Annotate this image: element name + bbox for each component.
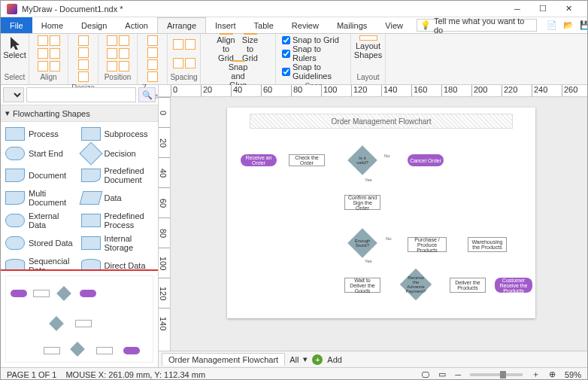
- zoom-slider[interactable]: [470, 373, 523, 376]
- z1[interactable]: [147, 35, 158, 46]
- view-mode-icon[interactable]: 🖵: [421, 370, 429, 379]
- doc-tab-1[interactable]: Order Management Flowchart: [162, 353, 285, 366]
- select-tool[interactable]: Select: [5, 35, 26, 59]
- shape-subprocess[interactable]: Subprocess: [80, 125, 156, 143]
- zoom-out[interactable]: ─: [455, 370, 461, 379]
- menu-arrange[interactable]: Arrange: [157, 17, 206, 33]
- node-advance[interactable]: Receive the Advance Payment?: [400, 269, 432, 300]
- z4[interactable]: [147, 71, 158, 82]
- shape-stored[interactable]: Stored Data: [4, 232, 80, 254]
- open-icon[interactable]: 📂: [562, 20, 574, 32]
- sp1[interactable]: [173, 39, 183, 50]
- shape-direct[interactable]: Direct Data: [80, 254, 156, 269]
- reading-mode-icon[interactable]: ▭: [438, 369, 446, 379]
- snap-and-glue[interactable]: Snap and Glue: [228, 62, 249, 87]
- drawing-canvas[interactable]: Order Management Flowchart Receive an Or…: [171, 97, 588, 351]
- align-label: Align: [40, 71, 56, 83]
- shape-startend[interactable]: Start End: [4, 143, 80, 164]
- shape-search-input[interactable]: [26, 87, 136, 102]
- node-purchase[interactable]: Purchase / Produce Products: [408, 237, 447, 252]
- shape-decision[interactable]: Decision: [80, 143, 156, 164]
- align-right-icon[interactable]: [38, 48, 48, 59]
- node-stock[interactable]: Enough Stock?: [347, 228, 377, 258]
- add-page-button[interactable]: +: [312, 354, 323, 365]
- tell-me-search[interactable]: 💡Tell me what you want to do: [417, 19, 537, 32]
- sp2[interactable]: [185, 39, 195, 50]
- shape-extdata[interactable]: External Data: [4, 209, 80, 232]
- snap-grid-check[interactable]: Snap to Grid: [282, 35, 339, 44]
- resize-1[interactable]: [78, 35, 89, 46]
- status-bar: PAGE 1 OF 1 MOUSE X: 261.09 mm, Y: 112.3…: [1, 367, 587, 380]
- node-valid[interactable]: Is it valid?: [347, 145, 377, 175]
- page-preview[interactable]: [1, 269, 158, 367]
- maximize-button[interactable]: ☐: [530, 2, 556, 17]
- flowchart-title[interactable]: Order Management Flowchart: [250, 114, 513, 129]
- node-deliver[interactable]: Deliver the Products: [450, 278, 486, 293]
- menu-design[interactable]: Design: [72, 17, 116, 33]
- align-mid-icon[interactable]: [38, 61, 48, 71]
- sp4[interactable]: [185, 58, 195, 68]
- pos-2[interactable]: [119, 35, 129, 46]
- node-confirm[interactable]: Confirm and Sign the Order: [344, 195, 380, 210]
- shape-predef-doc[interactable]: Predefined Document: [80, 164, 156, 187]
- snap-guides-check[interactable]: Snap to Guidelines: [282, 62, 346, 81]
- pos-3[interactable]: [107, 48, 117, 59]
- page-status: PAGE 1 OF 1: [7, 370, 56, 379]
- snap-rulers-check[interactable]: Snap to Rulers: [282, 44, 346, 62]
- shape-internal[interactable]: Internal Storage: [80, 232, 156, 254]
- ruler-horizontal[interactable]: 020406080100120140160180200220240260: [159, 85, 588, 97]
- close-button[interactable]: ✕: [556, 2, 581, 17]
- align-center-icon[interactable]: [50, 35, 60, 46]
- shape-search-button[interactable]: 🔍: [138, 87, 156, 102]
- zoom-in[interactable]: ＋: [532, 369, 540, 380]
- menu-review[interactable]: Review: [283, 17, 328, 33]
- shape-multidoc[interactable]: Multi Document: [4, 187, 80, 209]
- position-label: Position: [105, 71, 132, 83]
- add-label[interactable]: Add: [327, 355, 342, 364]
- align-bot-icon[interactable]: [50, 61, 60, 71]
- file-tab[interactable]: File: [1, 17, 32, 33]
- menu-view[interactable]: View: [376, 17, 412, 33]
- shape-document[interactable]: Document: [4, 164, 80, 187]
- new-icon[interactable]: 📄: [546, 20, 558, 32]
- node-receive[interactable]: Receive an Order: [241, 154, 277, 166]
- align-to-grid[interactable]: Align to Grid: [216, 35, 237, 59]
- zoom-level[interactable]: 59%: [565, 370, 581, 379]
- menu-home[interactable]: Home: [32, 17, 72, 33]
- pos-6[interactable]: [119, 61, 129, 71]
- title-bar: MyDraw - Document1.ndx * ─ ☐ ✕: [1, 1, 587, 17]
- align-top-icon[interactable]: [50, 48, 60, 59]
- z2[interactable]: [147, 47, 158, 58]
- menu-action[interactable]: Action: [116, 17, 157, 33]
- shape-process[interactable]: Process: [4, 125, 80, 143]
- resize-2[interactable]: [78, 47, 89, 58]
- pos-4[interactable]: [119, 48, 129, 59]
- shapes-header[interactable]: ▾Flowcharting Shapes: [1, 105, 158, 122]
- node-check[interactable]: Check the Order: [289, 154, 325, 166]
- pos-5[interactable]: [107, 61, 117, 71]
- z3[interactable]: [147, 59, 158, 70]
- menu-table[interactable]: Table: [245, 17, 283, 33]
- node-warehouse[interactable]: Warehousing the Products: [468, 237, 507, 252]
- menu-insert[interactable]: Insert: [206, 17, 245, 33]
- all-tabs[interactable]: All: [289, 355, 299, 364]
- ruler-vertical[interactable]: 020406080100120140: [159, 97, 171, 351]
- zoom-fit-icon[interactable]: ⊕: [549, 369, 556, 379]
- pos-1[interactable]: [107, 35, 117, 46]
- save-icon[interactable]: 💾: [579, 20, 588, 32]
- menu-mailings[interactable]: Mailings: [328, 17, 376, 33]
- node-wait[interactable]: Wait to Deliver the Goods: [344, 278, 380, 293]
- resize-3[interactable]: [78, 59, 89, 70]
- shape-predef-proc[interactable]: Predefined Process: [80, 209, 156, 232]
- node-customer[interactable]: Customer Receive the Products: [495, 278, 532, 293]
- resize-4[interactable]: [78, 71, 89, 82]
- minimize-button[interactable]: ─: [505, 2, 530, 17]
- sp3[interactable]: [173, 58, 183, 68]
- shape-data[interactable]: Data: [80, 187, 156, 209]
- align-left-icon[interactable]: [38, 35, 48, 46]
- size-to-grid[interactable]: Size to Grid: [240, 35, 261, 59]
- layout-shapes[interactable]: Layout Shapes: [358, 35, 379, 59]
- shape-seq[interactable]: Sequencial Data: [4, 254, 80, 269]
- shape-category-select[interactable]: [3, 87, 24, 102]
- node-cancel[interactable]: Cancel Order: [408, 154, 444, 166]
